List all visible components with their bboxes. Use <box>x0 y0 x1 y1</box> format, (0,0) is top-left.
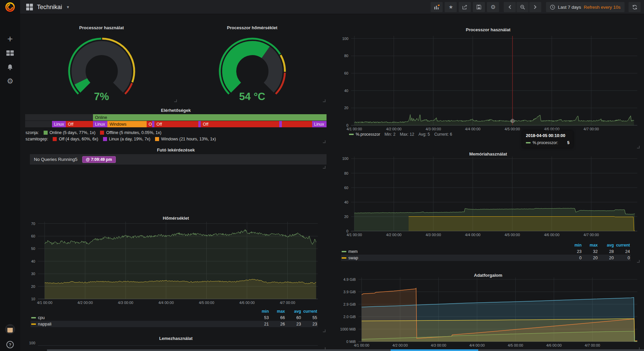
panel-cpu-usage: Processzor használat 0204060801004/1 00:… <box>336 23 641 149</box>
status-segment <box>282 121 312 127</box>
svg-text:4/4 00:00: 4/4 00:00 <box>465 233 481 237</box>
svg-text:60: 60 <box>344 71 348 75</box>
refresh-icon <box>632 5 637 10</box>
help-icon: ? <box>6 341 14 348</box>
panel-title[interactable]: Processzor hőmérséklet <box>178 25 327 30</box>
gridline <box>38 345 318 346</box>
legend-label: Online (5 days, 77%, 1x) <box>50 130 96 135</box>
traffic-chart[interactable]: 0 MiB1000 MiB2.0 GiB2.9 GiB3.9 GiB4.9 Gi… <box>336 265 641 351</box>
horizontal-scrollbar[interactable] <box>47 349 644 351</box>
panel-title[interactable]: Lemezhasználat <box>25 336 327 341</box>
query-status-row: No Queries Running5 @ 7:09:49 pm <box>30 154 327 165</box>
svg-text:4/6 00:00: 4/6 00:00 <box>239 301 255 305</box>
panel-memory: Memóriahasználat 0204060801004/1 00:004/… <box>336 149 641 264</box>
sidebar-help-button[interactable]: ? <box>0 338 20 351</box>
status-segment <box>25 121 52 127</box>
legend-swatch <box>44 131 48 135</box>
time-range-label: Last 7 days <box>558 5 581 10</box>
svg-text:40: 40 <box>344 89 348 93</box>
status-segment: Linux <box>52 121 66 127</box>
cpu-usage-gauge[interactable]: 7% <box>61 36 142 103</box>
time-back-button[interactable] <box>504 2 516 12</box>
scrollbar-thumb[interactable] <box>391 349 478 351</box>
temperature-legend: minmaxavgcurrentcpu53666055nappali212623… <box>31 308 318 327</box>
svg-text:4/7 00:00: 4/7 00:00 <box>585 343 600 347</box>
legend-row-swap: swap020200 <box>341 255 631 261</box>
sidebar-alerting-button[interactable] <box>0 60 20 74</box>
legend-series-name[interactable]: swap <box>342 256 565 260</box>
legend-series-name[interactable]: cpu <box>31 315 253 320</box>
save-dashboard-button[interactable] <box>473 2 485 12</box>
tooltip-series-label: %.processzor: <box>533 140 558 145</box>
legend-value: 60 <box>285 315 301 320</box>
query-time-badge[interactable]: @ 7:09:49 pm <box>82 156 116 163</box>
svg-text:4/7 00:00: 4/7 00:00 <box>280 301 295 305</box>
legend-series-name[interactable]: %.processzor <box>356 132 380 137</box>
refresh-dashboard-button[interactable] <box>629 2 641 12</box>
dashboard-title[interactable]: Technikai <box>37 4 62 11</box>
series-color-dash <box>349 134 354 135</box>
gauge-value: 54 °C <box>212 91 293 103</box>
legend-column-header[interactable]: min <box>565 243 582 248</box>
legend-series-name[interactable]: mem <box>342 249 565 254</box>
svg-text:4/5 00:00: 4/5 00:00 <box>504 233 520 237</box>
status-legend: szonja:Online (5 days, 77%, 1x)Offline (… <box>26 129 327 142</box>
legend-column-header[interactable]: current <box>614 243 630 248</box>
chart-tooltip: 2018-04-05 00:10:00 %.processzor: 5 <box>523 131 573 148</box>
legend-column-header[interactable]: max <box>582 243 598 248</box>
add-panel-button[interactable] <box>431 2 443 12</box>
panel-title[interactable]: Elérhetőségek <box>25 108 327 113</box>
legend-value: 66 <box>269 315 285 320</box>
svg-text:4/4 00:00: 4/4 00:00 <box>158 301 174 305</box>
time-range-picker[interactable]: Last 7 days Refresh every 10s <box>546 2 625 12</box>
svg-text:4.9 GiB: 4.9 GiB <box>343 277 356 281</box>
legend-swatch <box>155 137 159 141</box>
status-segment: Off <box>66 121 93 127</box>
legend-stat: Max: 12 <box>400 132 414 137</box>
legend-value: 53 <box>253 315 269 320</box>
panel-gauge-temp: Processzor hőmérséklet 54 °C <box>178 23 327 103</box>
sidebar-dashboards-button[interactable] <box>0 46 20 60</box>
dashboard-picker-icon[interactable] <box>26 4 33 10</box>
status-segment <box>25 114 93 121</box>
share-dashboard-button[interactable] <box>459 2 471 12</box>
cpu-temp-gauge[interactable]: 54 °C <box>212 36 293 103</box>
panel-title[interactable]: Futó lekérdezések <box>25 147 327 152</box>
star-dashboard-button[interactable]: ★ <box>445 2 457 12</box>
legend-column-header[interactable]: min <box>253 309 269 314</box>
series-color-dash <box>31 317 36 318</box>
dashboard-settings-button[interactable]: ⚙ <box>487 2 499 12</box>
legend-header-row: minmaxavgcurrent <box>31 308 318 314</box>
panel-gauge-cpu: Processzor használat 7% <box>25 23 178 103</box>
svg-text:20: 20 <box>344 106 348 110</box>
chevron-down-icon[interactable]: ▼ <box>66 5 70 9</box>
sidebar-user-button[interactable] <box>0 322 20 336</box>
cpu-usage-chart[interactable]: 0204060801004/1 00:004/2 00:004/3 00:004… <box>336 23 641 149</box>
legend-row-mem: mem23322824 <box>341 248 631 255</box>
svg-text:4/1 00:00: 4/1 00:00 <box>354 343 369 347</box>
query-count: 5 <box>75 157 78 162</box>
legend-column-header[interactable]: avg <box>598 243 614 248</box>
cpu-usage-legend: %.processzorMin: 2Max: 12Avg: 5Current: … <box>349 132 452 137</box>
legend-column-header[interactable]: current <box>301 309 317 314</box>
legend-header-row: minmaxavgcurrent <box>341 242 631 248</box>
panel-title[interactable]: Processzor használat <box>25 25 178 30</box>
sidebar-settings-button[interactable]: ⚙ <box>0 75 20 88</box>
grafana-logo[interactable] <box>0 0 20 14</box>
sidebar-create-button[interactable]: + <box>0 32 20 46</box>
legend-column-header[interactable]: avg <box>285 309 301 314</box>
legend-value: 32 <box>582 249 598 254</box>
time-forward-button[interactable] <box>529 2 541 12</box>
panel-availability: Elérhetőségek OnlineLinuxOffLinuxWindows… <box>25 106 327 144</box>
grafana-flame-icon <box>5 2 15 12</box>
svg-text:4/2 00:00: 4/2 00:00 <box>386 233 402 237</box>
panel-temperature: Hőmérséklet 102030405060704/1 00:004/2 0… <box>25 212 327 333</box>
legend-column-header[interactable]: max <box>269 309 285 314</box>
chevron-right-icon <box>534 5 537 9</box>
svg-text:4/1 00:00: 4/1 00:00 <box>347 127 362 131</box>
legend-series-name[interactable]: nappali <box>31 322 253 326</box>
panel-queries: Futó lekérdezések No Queries Running5 @ … <box>25 144 327 170</box>
refresh-interval-label[interactable]: Refresh every 10s <box>584 5 621 10</box>
svg-text:4/6 00:00: 4/6 00:00 <box>546 343 562 347</box>
zoom-out-button[interactable] <box>516 2 529 12</box>
